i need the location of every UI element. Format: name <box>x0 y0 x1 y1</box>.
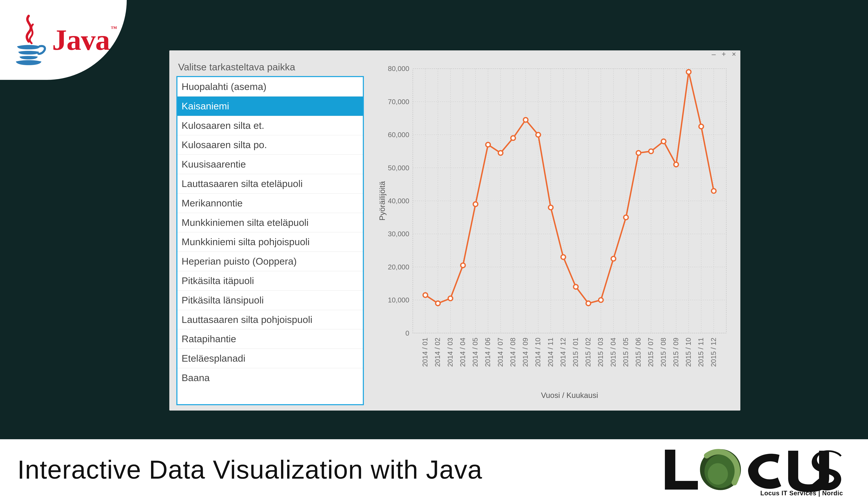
svg-point-77 <box>523 117 528 122</box>
location-list-panel: Valitse tarkasteltava paikka Huopalahti … <box>176 61 364 405</box>
list-item[interactable]: Pitkäsilta itäpuoli <box>178 271 363 291</box>
svg-text:2014 / 10: 2014 / 10 <box>534 338 542 367</box>
svg-point-95 <box>708 463 728 485</box>
svg-text:70,000: 70,000 <box>388 98 409 106</box>
svg-text:50,000: 50,000 <box>388 164 409 172</box>
list-item[interactable]: Pitkäsilta länsipuoli <box>178 291 363 310</box>
svg-text:2014 / 09: 2014 / 09 <box>521 338 529 367</box>
svg-text:Pyöräilijöitä: Pyöräilijöitä <box>378 181 386 220</box>
svg-point-78 <box>536 133 540 137</box>
trademark-icon: ™ <box>111 25 117 32</box>
svg-text:2014 / 08: 2014 / 08 <box>509 338 517 367</box>
svg-point-88 <box>661 139 666 144</box>
line-chart: 010,00020,00030,00040,00050,00060,00070,… <box>374 61 733 405</box>
svg-point-84 <box>611 257 616 261</box>
svg-text:2015 / 01: 2015 / 01 <box>571 338 580 367</box>
svg-point-79 <box>548 205 553 210</box>
list-item[interactable]: Heperian puisto (Ooppera) <box>178 252 363 271</box>
list-item[interactable]: Kuusisaarentie <box>178 155 363 174</box>
svg-point-74 <box>486 143 490 147</box>
svg-text:2015 / 12: 2015 / 12 <box>709 338 718 367</box>
svg-point-86 <box>636 151 641 155</box>
list-label: Valitse tarkasteltava paikka <box>178 61 364 72</box>
svg-text:2015 / 08: 2015 / 08 <box>659 338 667 367</box>
svg-text:2015 / 05: 2015 / 05 <box>622 338 630 367</box>
svg-point-73 <box>473 202 478 206</box>
window-minimize-button[interactable]: – <box>712 50 716 58</box>
window-close-button[interactable]: × <box>732 50 736 58</box>
svg-text:2015 / 10: 2015 / 10 <box>684 338 692 367</box>
svg-point-83 <box>598 298 603 302</box>
java-logo-badge: Java ™ <box>0 0 127 80</box>
svg-text:2014 / 03: 2014 / 03 <box>446 338 454 367</box>
list-item[interactable]: Munkkiniemi silta pohjoispuoli <box>178 232 363 252</box>
svg-text:2014 / 05: 2014 / 05 <box>471 338 479 367</box>
svg-point-90 <box>686 70 691 74</box>
window-content: Valitse tarkasteltava paikka Huopalahti … <box>169 58 740 412</box>
svg-text:60,000: 60,000 <box>388 131 409 139</box>
locus-brand: Locus IT Services | Nordic <box>663 443 845 497</box>
svg-text:30,000: 30,000 <box>388 230 409 238</box>
svg-point-76 <box>511 136 515 140</box>
svg-point-75 <box>498 151 503 155</box>
list-item[interactable]: Lauttasaaren silta pohjoispuoli <box>178 310 363 330</box>
java-wordmark: Java ™ <box>52 23 110 57</box>
svg-text:2014 / 02: 2014 / 02 <box>433 338 442 367</box>
svg-text:2014 / 04: 2014 / 04 <box>459 338 467 367</box>
svg-point-89 <box>674 162 678 167</box>
chart-area: 010,00020,00030,00040,00050,00060,00070,… <box>374 61 733 405</box>
svg-text:2014 / 12: 2014 / 12 <box>559 338 567 367</box>
svg-point-87 <box>649 149 653 154</box>
svg-text:2015 / 03: 2015 / 03 <box>596 338 604 367</box>
footer-bar: Interactive Data Visualization with Java… <box>0 439 868 500</box>
svg-point-91 <box>699 124 704 129</box>
svg-text:80,000: 80,000 <box>388 65 409 72</box>
svg-text:2015 / 07: 2015 / 07 <box>647 338 655 367</box>
location-listbox[interactable]: Huopalahti (asema)KaisaniemiKulosaaren s… <box>176 76 364 405</box>
svg-point-85 <box>624 215 628 220</box>
list-item[interactable]: Eteläesplanadi <box>178 349 363 368</box>
list-item[interactable]: Kulosaaren silta et. <box>178 116 363 135</box>
svg-text:0: 0 <box>406 329 409 337</box>
window-maximize-button[interactable]: + <box>722 50 726 58</box>
svg-text:40,000: 40,000 <box>388 197 409 205</box>
svg-text:2015 / 04: 2015 / 04 <box>609 338 617 367</box>
svg-text:2015 / 02: 2015 / 02 <box>584 338 592 367</box>
svg-text:2014 / 06: 2014 / 06 <box>484 338 492 367</box>
svg-point-82 <box>586 301 591 306</box>
list-item[interactable]: Baana <box>178 368 363 387</box>
footer-title: Interactive Data Visualization with Java <box>18 455 482 485</box>
svg-text:10,000: 10,000 <box>388 296 409 304</box>
java-word-text: Java <box>52 24 110 56</box>
list-item[interactable]: Kaisaniemi <box>178 96 363 116</box>
svg-text:2014 / 01: 2014 / 01 <box>421 338 429 367</box>
svg-text:2015 / 11: 2015 / 11 <box>697 338 705 367</box>
svg-point-80 <box>561 255 566 259</box>
locus-logo-icon <box>663 443 845 497</box>
svg-text:2015 / 09: 2015 / 09 <box>672 338 680 367</box>
svg-point-71 <box>448 296 453 301</box>
list-item[interactable]: Munkkiniemen silta eteläpuoli <box>178 213 363 232</box>
list-item[interactable]: Merikannontie <box>178 194 363 213</box>
svg-text:2014 / 07: 2014 / 07 <box>496 338 504 367</box>
list-item[interactable]: Kulosaaren silta po. <box>178 135 363 155</box>
list-item[interactable]: Lauttasaaren silta eteläpuoli <box>178 174 363 194</box>
svg-point-92 <box>711 189 716 193</box>
locus-tagline: Locus IT Services | Nordic <box>761 490 843 497</box>
svg-point-81 <box>574 285 578 289</box>
svg-point-72 <box>461 263 465 268</box>
window-titlebar: – + × <box>169 50 740 58</box>
app-window: – + × Valitse tarkasteltava paikka Huopa… <box>169 50 740 411</box>
svg-text:20,000: 20,000 <box>388 263 409 271</box>
list-item[interactable]: Huopalahti (asema) <box>178 77 363 96</box>
svg-text:2014 / 11: 2014 / 11 <box>547 338 555 367</box>
svg-point-70 <box>436 301 440 306</box>
svg-text:Vuosi / Kuukausi: Vuosi / Kuukausi <box>541 391 598 399</box>
svg-point-69 <box>423 293 427 297</box>
java-cup-icon <box>10 14 47 66</box>
svg-text:2015 / 06: 2015 / 06 <box>634 338 642 367</box>
list-item[interactable]: Ratapihantie <box>178 329 363 349</box>
